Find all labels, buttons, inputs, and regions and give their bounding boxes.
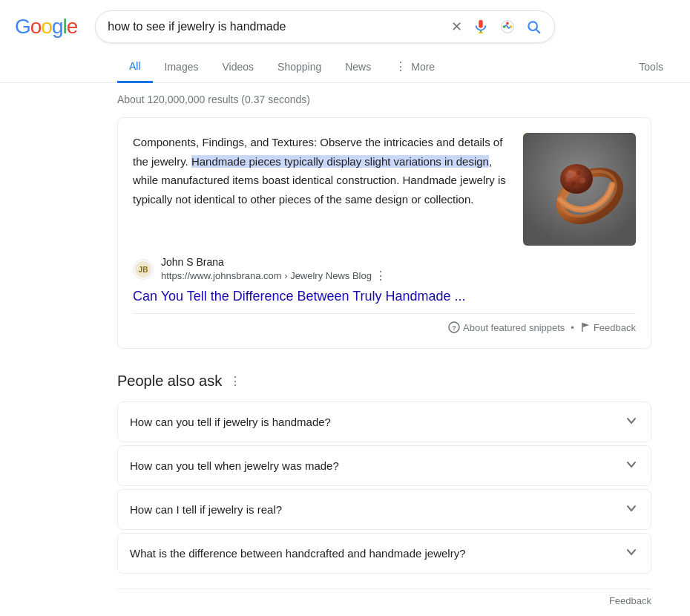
- snippet-footer: ? About featured snippets • Feedback: [133, 313, 636, 333]
- featured-snippet: Components, Findings, and Textures: Obse…: [117, 117, 651, 349]
- paa-question-1[interactable]: How can you tell if jewelry is handmade?: [118, 402, 651, 442]
- paa-question-2[interactable]: How can you tell when jewelry was made?: [118, 446, 651, 485]
- search-button[interactable]: [525, 18, 542, 36]
- source-name: John S Brana: [161, 256, 387, 268]
- source-info: John S Brana https://www.johnsbrana.com …: [161, 256, 387, 283]
- svg-point-18: [575, 185, 579, 189]
- svg-point-5: [510, 25, 513, 28]
- svg-text:JB: JB: [139, 266, 148, 274]
- paa-question-2-text: How can you tell when jewelry was made?: [130, 459, 339, 472]
- tab-tools[interactable]: Tools: [627, 52, 675, 82]
- snippet-link[interactable]: Can You Tell the Difference Between Trul…: [133, 289, 636, 304]
- paa-question-4[interactable]: What is the difference between handcraft…: [118, 534, 651, 573]
- paa-question-3[interactable]: How can I tell if jewelry is real?: [118, 490, 651, 529]
- paa-item-4: What is the difference between handcraft…: [117, 533, 651, 574]
- results-area: About 120,000,000 results (0.37 seconds)…: [0, 83, 690, 616]
- svg-text:?: ?: [452, 324, 456, 332]
- paa-item-3: How can I tell if jewelry is real?: [117, 489, 651, 530]
- help-circle-icon: ?: [448, 321, 460, 333]
- svg-point-4: [506, 22, 509, 25]
- source-url: https://www.johnsbrana.com › Jewelry New…: [161, 269, 387, 283]
- logo-letter-o2: o: [41, 15, 52, 39]
- about-snippets-label: About featured snippets: [463, 322, 565, 333]
- search-magnifier-icon: [526, 19, 541, 34]
- svg-point-20: [579, 183, 582, 186]
- lens-button[interactable]: [498, 17, 517, 36]
- paa-title: People also ask: [117, 373, 222, 390]
- snippet-text: Components, Findings, and Textures: Obse…: [133, 133, 508, 246]
- paa-question-1-text: How can you tell if jewelry is handmade?: [130, 416, 331, 428]
- source-row: JB John S Brana https://www.johnsbrana.c…: [133, 256, 636, 283]
- logo-letter-g2: g: [52, 15, 63, 39]
- svg-rect-26: [582, 323, 583, 332]
- tab-more[interactable]: ⋮ More: [383, 50, 447, 82]
- paa-item-2: How can you tell when jewelry was made?: [117, 445, 651, 486]
- svg-point-14: [576, 171, 581, 175]
- jewelry-image-svg: [523, 133, 636, 246]
- source-favicon: JB: [133, 259, 154, 280]
- svg-point-6: [503, 25, 506, 28]
- microphone-icon: [473, 19, 489, 35]
- footer-separator: •: [571, 322, 574, 333]
- paa-header: People also ask ⋮: [117, 361, 651, 396]
- paa-question-3-text: How can I tell if jewelry is real?: [130, 503, 282, 516]
- more-dots-icon: ⋮: [395, 59, 407, 73]
- svg-line-8: [536, 30, 540, 33]
- favicon-icon: JB: [135, 261, 151, 278]
- feedback-label: Feedback: [594, 322, 636, 333]
- search-bar: ✕: [95, 10, 555, 43]
- header: G o o g l e ✕: [0, 0, 690, 43]
- tab-videos[interactable]: Videos: [210, 52, 266, 82]
- chevron-down-icon-2: [624, 456, 639, 475]
- snippet-content: Components, Findings, and Textures: Obse…: [133, 133, 636, 246]
- about-snippets[interactable]: ? About featured snippets: [448, 321, 565, 333]
- google-logo: G o o g l e: [15, 15, 77, 39]
- source-options-icon[interactable]: ⋮: [375, 269, 387, 283]
- search-input[interactable]: [108, 20, 442, 33]
- nav-tabs: All Images Videos Shopping News ⋮ More T…: [0, 50, 690, 83]
- feedback-flag-icon: [580, 322, 591, 332]
- svg-point-16: [571, 181, 576, 186]
- logo-letter-o1: o: [30, 15, 42, 39]
- chevron-down-icon-1: [624, 413, 639, 431]
- search-icons: ✕: [450, 17, 542, 36]
- bottom-feedback[interactable]: Feedback: [117, 589, 651, 616]
- svg-point-12: [560, 164, 593, 194]
- svg-rect-0: [479, 20, 484, 28]
- snippet-text-highlight: Handmade pieces typically display slight…: [191, 155, 489, 168]
- clear-icon: ✕: [451, 19, 462, 35]
- svg-point-15: [579, 177, 585, 183]
- tab-shopping[interactable]: Shopping: [266, 52, 333, 82]
- paa-item-1: How can you tell if jewelry is handmade?: [117, 402, 651, 442]
- tab-news[interactable]: News: [333, 52, 383, 82]
- google-lens-icon: [499, 19, 516, 35]
- clear-button[interactable]: ✕: [450, 17, 464, 36]
- paa-question-4-text: What is the difference between handcraft…: [130, 547, 466, 560]
- chevron-down-icon-3: [624, 500, 639, 519]
- people-also-ask-section: People also ask ⋮ How can you tell if je…: [117, 361, 651, 574]
- tab-images[interactable]: Images: [153, 52, 211, 82]
- chevron-down-icon-4: [624, 544, 639, 563]
- logo-letter-g1: G: [15, 15, 30, 39]
- snippet-image: [523, 133, 636, 246]
- microphone-button[interactable]: [471, 17, 490, 36]
- feedback-button[interactable]: Feedback: [580, 322, 636, 333]
- results-count: About 120,000,000 results (0.37 seconds): [117, 83, 690, 117]
- paa-options-icon[interactable]: ⋮: [229, 374, 241, 388]
- logo-letter-e: e: [67, 15, 78, 39]
- tab-all[interactable]: All: [117, 51, 153, 83]
